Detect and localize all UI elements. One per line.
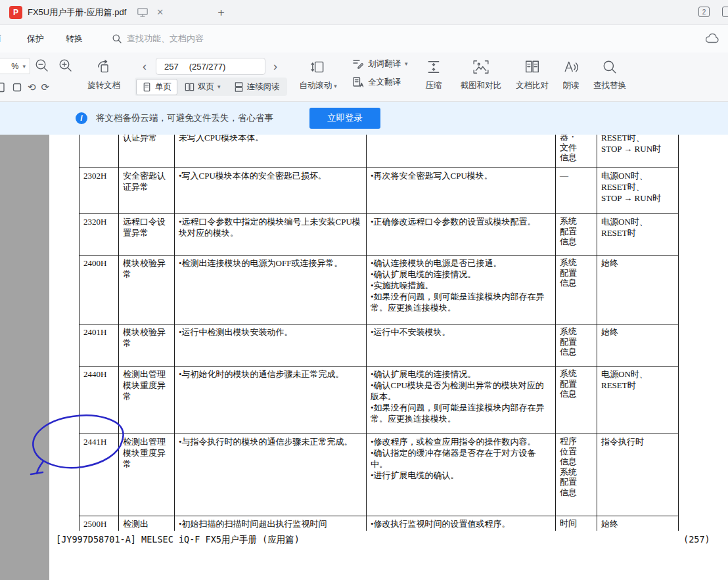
page-footer-right: (257) xyxy=(683,534,710,545)
hand-tool-icon[interactable] xyxy=(12,82,22,93)
full-translate-button[interactable]: 全文翻译 xyxy=(352,76,408,88)
search-input[interactable]: 查找功能、文档内容 xyxy=(112,33,204,45)
cell-action: •修改执行监视时间的设置值或程序。 xyxy=(367,516,556,531)
pdf-file-icon: P xyxy=(9,6,22,19)
pdf-page: 认证异常未写入CPU模块本体。器・ 文件 信息RESET时、 STOP → RU… xyxy=(49,135,728,580)
auto-scroll-button[interactable]: 自动滚动▾ xyxy=(292,59,344,91)
screenshot-compare-button[interactable]: 截图和对比 xyxy=(455,59,507,91)
page-number-box[interactable]: 257 (257/277) xyxy=(156,58,265,75)
search-placeholder: 查找功能、文档内容 xyxy=(127,33,204,45)
new-tab-button[interactable]: ＋ xyxy=(216,5,227,20)
table-row: 认证异常未写入CPU模块本体。器・ 文件 信息RESET时、 STOP → RU… xyxy=(80,135,679,168)
chevron-down-icon: ▾ xyxy=(405,60,408,67)
cell-error-name: 检测出管理模块重度异常 xyxy=(119,434,175,516)
cell-description: •初始扫描的扫描时间超出执行监视时间 xyxy=(175,516,367,531)
document-compare-button[interactable]: 文档比对 xyxy=(506,59,558,91)
cell-related-info: 系统 配置 信息 xyxy=(556,367,597,434)
window-control-icon[interactable] xyxy=(722,7,728,17)
single-page-icon xyxy=(142,82,152,92)
continuous-read-button[interactable]: 连续阅读 xyxy=(228,79,286,95)
pdf-table-body: 认证异常未写入CPU模块本体。器・ 文件 信息RESET时、 STOP → RU… xyxy=(80,135,679,531)
translate-group: 划词翻译 ▾ 全文翻译 xyxy=(352,58,408,88)
compress-button[interactable]: 压缩 xyxy=(417,59,451,91)
cell-action: •再次将安全密匙写入CPU模块。 xyxy=(367,168,556,214)
cell-timing: 指令执行时 xyxy=(597,434,679,516)
toolbar: % ▾ ⟲ ⟳ 旋转文档 ‹ 257 (257/277) › 单页 双页 xyxy=(0,53,728,102)
menu-item-page[interactable]: 面 xyxy=(0,33,1,45)
page-indicator: (257/277) xyxy=(189,62,226,72)
undo-button[interactable]: ⟲ xyxy=(28,81,36,93)
chevron-down-icon: ▾ xyxy=(22,63,26,70)
cell-error-code: 2401H xyxy=(80,324,119,367)
cell-error-code: 2302H xyxy=(80,168,119,214)
menu-item-convert[interactable]: 转换 xyxy=(66,33,83,45)
cell-action: •修改程序，或检查应用指令的操作数内容。•确认指定的缓冲存储器是否存在于对方设备… xyxy=(367,434,556,516)
cell-error-code: 2400H xyxy=(80,256,119,324)
cell-timing: 始终 xyxy=(597,516,679,531)
cell-error-code xyxy=(80,135,119,168)
presentation-icon[interactable] xyxy=(137,7,148,18)
quick-tools: ⟲ ⟳ xyxy=(0,81,49,93)
next-page-button[interactable]: › xyxy=(273,60,277,72)
word-translate-icon xyxy=(352,58,364,70)
double-page-button[interactable]: 双页 ▾ xyxy=(179,79,227,95)
read-aloud-icon xyxy=(563,59,579,75)
cell-error-name: 认证异常 xyxy=(119,135,175,168)
table-row: 2500H检测出•初始扫描的扫描时间超出执行监视时间•修改执行监视时间的设置值或… xyxy=(80,516,679,531)
chevron-down-icon: ▾ xyxy=(334,83,337,89)
table-row: 2401H模块校验异常•运行中检测出模块安装动作。•运行中不安装模块。系统 配置… xyxy=(80,324,679,367)
cloud-sync-icon[interactable] xyxy=(704,33,720,45)
rotate-icon xyxy=(96,59,112,75)
page-number-input[interactable]: 257 xyxy=(164,62,179,72)
cell-timing: RESET时、 STOP → RUN时 xyxy=(597,135,679,168)
zoom-level-select[interactable]: % ▾ xyxy=(0,58,30,74)
rotate-document-button[interactable]: 旋转文档 xyxy=(85,59,123,91)
document-tab[interactable]: P FX5U用户手册-应用篇.pdf ✕ xyxy=(0,0,170,25)
cell-action xyxy=(367,135,556,168)
zoom-value: % xyxy=(11,62,18,71)
select-tool-icon[interactable] xyxy=(0,82,7,93)
continuous-icon xyxy=(234,82,244,92)
find-replace-button[interactable]: 查找替换 xyxy=(583,59,636,91)
error-code-table: 认证异常未写入CPU模块本体。器・ 文件 信息RESET时、 STOP → RU… xyxy=(79,135,679,531)
zoom-out-button[interactable] xyxy=(34,58,49,73)
chevron-down-icon: ▾ xyxy=(217,83,221,90)
document-viewport[interactable]: 认证异常未写入CPU模块本体。器・ 文件 信息RESET时、 STOP → RU… xyxy=(0,135,728,580)
cell-description: 未写入CPU模块本体。 xyxy=(175,135,367,168)
cell-action: •确认连接模块的电源是否已接通。•确认扩展电缆的连接情况。•实施抗噪措施。•如果… xyxy=(367,256,556,324)
single-page-button[interactable]: 单页 xyxy=(136,79,177,95)
view-mode-group: 单页 双页 ▾ 连续阅读 xyxy=(135,78,287,96)
document-compare-icon xyxy=(524,59,540,75)
cell-error-name: 模块校验异常 xyxy=(119,256,175,324)
cell-timing: 始终 xyxy=(597,324,679,367)
cell-error-code: 2441H xyxy=(80,434,119,516)
cell-description: •检测出连接模块的电源为OFF或连接异常。 xyxy=(175,256,367,324)
zoom-in-button[interactable] xyxy=(58,58,73,73)
cell-timing: 电源ON时、 RESET时 xyxy=(597,367,679,434)
find-replace-icon xyxy=(602,59,618,75)
read-aloud-button[interactable]: 朗读 xyxy=(555,59,587,91)
word-translate-button[interactable]: 划词翻译 ▾ xyxy=(352,58,408,70)
cell-related-info: 系统 配置 信息 xyxy=(556,214,597,256)
cell-description: •远程口令参数中指定的模块编号上未安装CPU模块对应的模块。 xyxy=(175,214,367,256)
cell-description: •与指令执行时的模块的通信步骤未正常完成。 xyxy=(175,434,367,516)
cell-error-code: 2500H xyxy=(80,516,119,531)
full-translate-icon xyxy=(352,76,364,88)
table-row: 2441H检测出管理模块重度异常•与指令执行时的模块的通信步骤未正常完成。•修改… xyxy=(80,434,679,516)
cell-error-name: 检测出 xyxy=(119,516,175,531)
menu-bar: 面 保护 转换 查找功能、文档内容 xyxy=(0,25,728,53)
cell-action: •确认扩展电缆的连接情况。•确认CPU模块是否为检测出异常的模块对应的版本。•如… xyxy=(367,367,556,434)
redo-button[interactable]: ⟳ xyxy=(41,81,50,93)
cell-error-name: 远程口令设置异常 xyxy=(119,214,175,256)
cell-timing: 始终 xyxy=(597,256,679,324)
cell-error-name: 模块校验异常 xyxy=(119,324,175,367)
workspace-icon[interactable]: 2 xyxy=(698,7,710,17)
cell-error-name: 安全密匙认证异常 xyxy=(119,168,175,214)
cell-related-info: 器・ 文件 信息 xyxy=(556,135,597,168)
login-button[interactable]: 立即登录 xyxy=(309,108,380,129)
cell-timing: 电源ON时、 RESET时、 STOP → RUN时 xyxy=(597,168,679,214)
cell-related-info: 系统 配置 信息 xyxy=(556,324,597,367)
menu-item-protect[interactable]: 保护 xyxy=(27,33,44,45)
previous-page-button[interactable]: ‹ xyxy=(143,60,147,72)
close-tab-icon[interactable]: ✕ xyxy=(156,7,164,17)
